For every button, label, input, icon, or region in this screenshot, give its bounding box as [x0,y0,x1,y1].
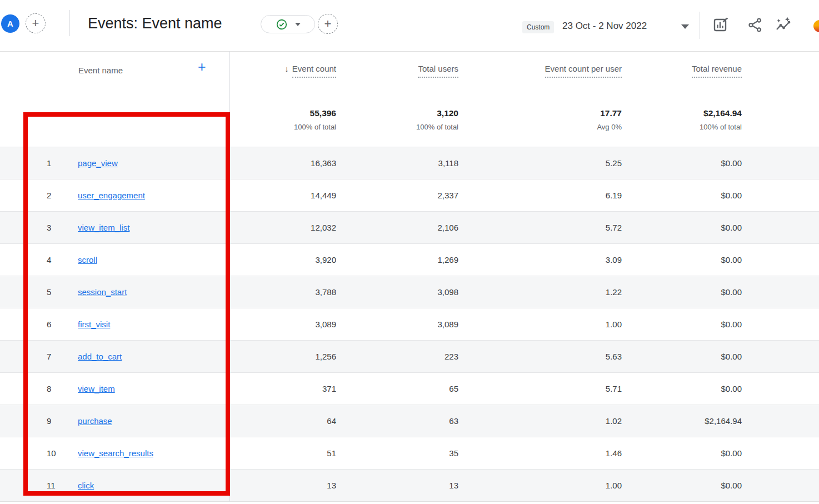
customize-report-icon[interactable] [712,16,730,36]
event-name-link[interactable]: scroll [78,255,97,265]
row-index: 8 [47,384,78,393]
event-count-per-user-cell: 5.72 [458,212,622,243]
table-row: 8 view_item 371 65 5.71 $0.00 [0,372,819,405]
date-range-button[interactable]: 23 Oct - 2 Nov 2022 [562,21,647,32]
column-header-event-count-per-user[interactable]: Event count per user [458,52,622,100]
event-count-cell: 14,449 [229,179,336,211]
insights-icon[interactable] [774,16,793,37]
column-header-event-count[interactable]: ↓ Event count [229,52,336,100]
event-name-link[interactable]: view_search_results [78,448,153,458]
add-metric-button[interactable]: + [318,14,338,34]
total-revenue-cell: $0.00 [622,373,742,405]
event-count-cell: 13 [229,470,336,501]
event-name-cell: 4 scroll [0,244,229,276]
total-users-cell: 63 [336,405,458,437]
table-row: 9 purchase 64 63 1.02 $2,164.94 [0,405,819,437]
row-index: 5 [47,287,78,297]
event-name-link[interactable]: purchase [78,416,112,426]
totals-row: 55,396 100% of total 3,120 100% of total… [0,100,819,147]
event-name-link[interactable]: view_item_list [78,223,129,232]
table-row: 3 view_item_list 12,032 2,106 5.72 $0.00 [0,211,819,243]
row-index: 9 [47,416,78,426]
event-count-per-user-cell: 3.09 [458,244,622,276]
date-mode-chip[interactable]: Custom [522,21,554,33]
total-revenue-cell: $0.00 [622,244,742,276]
total-users-cell: 1,269 [336,244,458,276]
event-count-per-user-cell: 5.71 [458,373,622,405]
event-count-cell: 16,363 [229,147,336,179]
event-count-cell: 371 [229,373,336,405]
event-count-per-user-cell: 6.19 [458,179,622,211]
page-title: Events: Event name [88,15,222,32]
event-name-link[interactable]: user_engagement [78,191,145,200]
total-users-cell: 2,337 [336,179,458,211]
event-name-cell: 3 view_item_list [0,212,229,243]
share-icon[interactable] [747,17,763,36]
event-count-per-user-cell: 1.22 [458,276,622,308]
event-count-cell: 3,089 [229,308,336,340]
event-name-link[interactable]: first_visit [78,320,110,329]
total-users-cell: 3,118 [336,147,458,179]
ga4-events-report: A + Events: Event name + Custom 23 Oct -… [0,0,819,504]
column-header-total-users[interactable]: Total users [336,52,458,100]
chevron-down-icon [295,23,301,26]
event-count-per-user-cell: 1.02 [458,405,622,437]
event-name-cell: 11 click [0,470,229,501]
row-index: 11 [47,481,78,490]
table-row: 4 scroll 3,920 1,269 3.09 $0.00 [0,243,819,276]
event-name-cell: 10 view_search_results [0,437,229,469]
table-header: Event name + ↓ Event count Total users E… [0,51,819,100]
total-users-cell: 2,106 [336,212,458,243]
total-users-cell: 13 [336,470,458,501]
event-name-cell: 8 view_item [0,373,229,405]
event-name-cell: 1 page_view [0,147,229,179]
table-row: 7 add_to_cart 1,256 223 5.63 $0.00 [0,340,819,372]
table-row: 11 click 13 13 1.00 $0.00 [0,469,819,501]
column-divider [229,51,230,502]
event-count-cell: 51 [229,437,336,469]
add-comparison-button[interactable]: + [26,13,46,33]
totals-event-count-per-user: 17.77 Avg 0% [458,100,622,147]
check-circle-icon [276,18,288,31]
sort-descending-icon: ↓ [284,64,289,73]
table-row: 1 page_view 16,363 3,118 5.25 $0.00 [0,147,819,179]
total-revenue-cell: $0.00 [622,437,742,469]
total-revenue-cell: $0.00 [622,179,742,211]
event-name-cell: 6 first_visit [0,308,229,340]
dimension-selected-dropdown[interactable] [261,15,315,33]
event-name-link[interactable]: add_to_cart [78,352,122,361]
event-name-link[interactable]: click [78,481,94,490]
event-count-cell: 64 [229,405,336,437]
row-index: 3 [47,223,78,232]
event-count-cell: 3,788 [229,276,336,308]
table-row: 2 user_engagement 14,449 2,337 6.19 $0.0… [0,179,819,211]
total-revenue-cell: $2,164.94 [622,405,742,437]
event-name-link[interactable]: page_view [78,158,118,168]
table-row: 6 first_visit 3,089 3,089 1.00 $0.00 [0,308,819,340]
column-header-label: Event count per user [545,64,622,78]
total-users-cell: 35 [336,437,458,469]
event-name-cell: 9 purchase [0,405,229,437]
row-index: 2 [47,191,78,200]
event-count-per-user-cell: 1.00 [458,308,622,340]
event-name-cell: 5 session_start [0,276,229,308]
totals-total-revenue: $2,164.94 100% of total [622,100,742,147]
total-users-cell: 223 [336,341,458,372]
total-revenue-cell: $0.00 [622,308,742,340]
column-header-label: Total users [418,64,458,78]
total-revenue-cell: $0.00 [622,470,742,501]
partial-edge-icon[interactable] [813,20,819,32]
row-index: 4 [47,255,78,265]
row-index: 1 [47,158,78,168]
event-name-link[interactable]: session_start [78,287,127,297]
top-bar: A + Events: Event name + Custom 23 Oct -… [0,0,819,51]
event-count-per-user-cell: 5.25 [458,147,622,179]
event-name-link[interactable]: view_item [78,384,115,393]
avatar[interactable]: A [1,14,19,33]
column-header-total-revenue[interactable]: Total revenue [622,52,742,100]
date-caret-icon[interactable] [681,24,689,29]
event-count-cell: 3,920 [229,244,336,276]
event-name-cell: 7 add_to_cart [0,341,229,372]
total-users-cell: 65 [336,373,458,405]
table-row: 10 view_search_results 51 35 1.46 $0.00 [0,437,819,469]
